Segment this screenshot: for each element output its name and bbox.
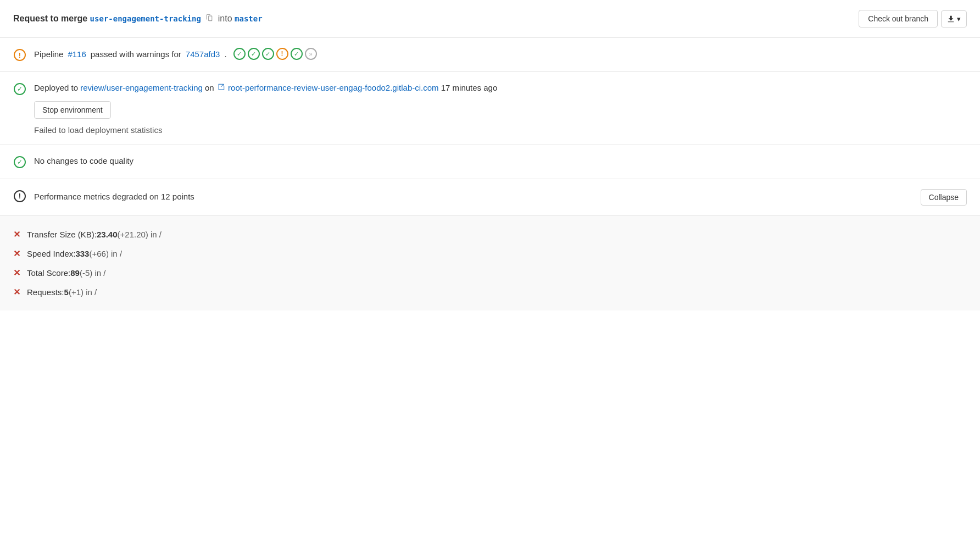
pipeline-warn-icon: ! [13,48,26,62]
download-icon [947,15,955,23]
performance-section: ! Performance metrics degraded on 12 poi… [0,179,980,216]
metric-row-score: ✕ Total Score:89(-5) in / [13,263,967,282]
external-link-icon [218,84,225,91]
metric-row-speed: ✕ Speed Index:333(+66) in / [13,244,967,263]
code-quality-text: No changes to code quality [34,156,133,165]
pipeline-middle: passed with warnings for [91,49,181,59]
copy-icon[interactable] [205,14,213,21]
deploy-row: ✓ Deployed to review/user-engagement-tra… [13,82,967,135]
pipeline-section: ! Pipeline #116 passed with warnings for… [0,38,980,72]
code-quality-row: ✓ No changes to code quality [13,155,967,169]
deploy-text: Deployed to review/user-engagement-track… [34,82,967,95]
dropdown-button[interactable]: ▾ [941,10,967,27]
deploy-on: on [205,83,214,92]
failed-text: Failed to load deployment statistics [34,125,967,135]
metric-label-4: Requests:5(+1) in / [27,287,97,297]
pipeline-suffix: . [224,49,226,59]
metric-x-icon-2: ✕ [13,248,20,259]
dropdown-arrow: ▾ [957,15,961,23]
master-link[interactable]: master [235,14,263,23]
commit-link[interactable]: 7457afd3 [186,49,220,59]
pipeline-icon-3[interactable]: ✓ [262,48,274,60]
code-quality-content: No changes to code quality [34,155,967,168]
performance-content: Performance metrics degraded on 12 point… [34,189,967,206]
deploy-prefix: Deployed to [34,83,78,92]
merge-header: Request to merge user-engagement-trackin… [0,0,980,38]
deploy-check-icon: ✓ [13,82,26,96]
pipeline-content: Pipeline #116 passed with warnings for 7… [34,48,967,60]
pipeline-icon-5[interactable]: ✓ [291,48,303,60]
metric-row-transfer: ✕ Transfer Size (KB):23.40(+21.20) in / [13,225,967,244]
merge-title: Request to merge user-engagement-trackin… [13,14,263,24]
metric-x-icon-3: ✕ [13,268,20,278]
stop-env-wrapper: Stop environment [34,95,967,119]
metric-x-icon-1: ✕ [13,229,20,240]
metrics-section: ✕ Transfer Size (KB):23.40(+21.20) in / … [0,216,980,311]
pipeline-text-row: Pipeline #116 passed with warnings for 7… [34,48,967,60]
pipeline-icon-2[interactable]: ✓ [248,48,260,60]
performance-icon: ! [13,190,26,203]
metric-label-2: Speed Index:333(+66) in / [27,249,122,258]
pipeline-status-icons: ✓ ✓ ✓ ! ✓ » [233,48,317,60]
pipeline-prefix: Pipeline [34,49,63,59]
pipeline-icon-4[interactable]: ! [276,48,288,60]
deploy-section: ✓ Deployed to review/user-engagement-tra… [0,72,980,145]
metric-label-3: Total Score:89(-5) in / [27,268,105,278]
performance-row: ! Performance metrics degraded on 12 poi… [13,189,967,206]
metric-row-requests: ✕ Requests:5(+1) in / [13,282,967,302]
header-actions: Check out branch ▾ [859,10,967,27]
branch-link[interactable]: user-engagement-tracking [90,14,201,23]
merge-prefix: Request to merge [13,14,87,23]
deploy-time: 17 minutes ago [441,83,498,92]
metric-label-1: Transfer Size (KB):23.40(+21.20) in / [27,230,162,239]
code-quality-section: ✓ No changes to code quality [0,145,980,179]
pipeline-icon-6[interactable]: » [305,48,317,60]
checkout-button[interactable]: Check out branch [859,10,938,27]
pipeline-number-link[interactable]: #116 [68,49,86,59]
into-text: into [218,14,232,23]
pipeline-row: ! Pipeline #116 passed with warnings for… [13,48,967,62]
stop-environment-button[interactable]: Stop environment [34,101,111,119]
code-quality-icon: ✓ [13,156,26,169]
pipeline-icon-1[interactable]: ✓ [233,48,246,60]
deploy-url-link[interactable]: root-performance-review-user-engag-foodo… [228,83,439,92]
metric-x-icon-4: ✕ [13,287,20,297]
collapse-button[interactable]: Collapse [921,189,967,206]
perf-header-row: Performance metrics degraded on 12 point… [34,189,967,206]
page-wrapper: Request to merge user-engagement-trackin… [0,0,980,311]
performance-text: Performance metrics degraded on 12 point… [34,191,194,203]
deploy-env-link[interactable]: review/user-engagement-tracking [80,83,203,92]
deploy-content: Deployed to review/user-engagement-track… [34,82,967,135]
